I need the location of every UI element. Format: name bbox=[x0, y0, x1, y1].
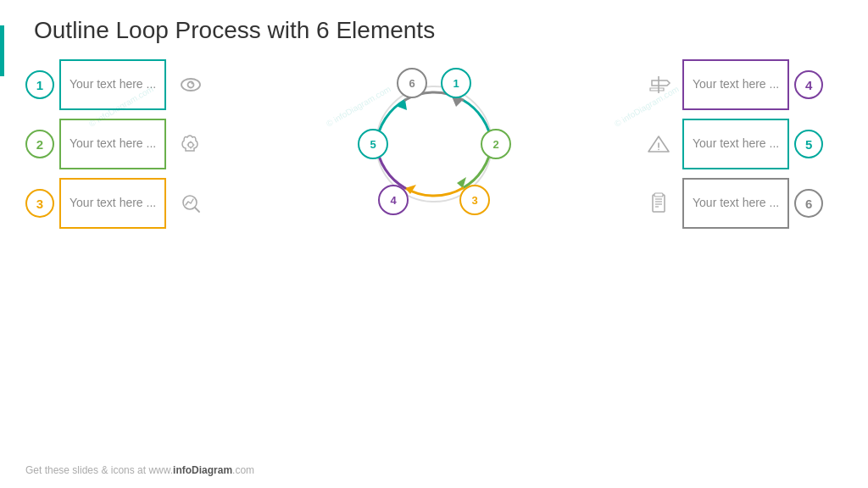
text-box-5: Your text here ... bbox=[682, 119, 789, 169]
right-column: Your text here ... 4 Your text here ... bbox=[639, 59, 843, 229]
loop-node-2: 2 bbox=[481, 129, 511, 159]
list-item-6: Your text here ... 6 bbox=[639, 178, 843, 229]
list-item-1: 1 Your text here ... bbox=[25, 59, 229, 110]
svg-rect-26 bbox=[654, 193, 663, 197]
svg-point-0 bbox=[181, 79, 200, 91]
loop-node-1: 1 bbox=[441, 68, 471, 98]
icon-col-5 bbox=[639, 129, 677, 159]
page: Outline Loop Process with 6 Elements 1 Y… bbox=[0, 0, 868, 488]
icon-col-2 bbox=[171, 129, 209, 159]
svg-rect-21 bbox=[653, 195, 665, 212]
list-item-2: 2 Your text here ... bbox=[25, 119, 229, 169]
icon-col-3 bbox=[171, 188, 209, 219]
footer: Get these slides & icons at www.infoDiag… bbox=[25, 464, 254, 476]
number-circle-1: 1 bbox=[25, 70, 54, 99]
center-loop: 1 2 3 4 5 6 bbox=[229, 59, 639, 229]
svg-line-9 bbox=[195, 208, 199, 212]
loop-node-5: 5 bbox=[358, 129, 388, 159]
svg-point-1 bbox=[187, 82, 193, 88]
page-title: Outline Loop Process with 6 Elements bbox=[25, 17, 843, 44]
footer-brand: infoDiagram bbox=[173, 464, 232, 476]
loop-node-3: 3 bbox=[459, 185, 490, 215]
list-item-3: 3 Your text here ... bbox=[25, 178, 229, 229]
number-circle-6: 6 bbox=[794, 189, 823, 218]
icon-col-4 bbox=[639, 69, 677, 100]
svg-point-3 bbox=[188, 142, 193, 147]
list-item-5: Your text here ... 5 bbox=[639, 119, 843, 169]
number-circle-2: 2 bbox=[25, 130, 54, 158]
warning-icon bbox=[643, 129, 674, 159]
number-circle-4: 4 bbox=[794, 70, 823, 99]
svg-point-20 bbox=[658, 149, 659, 151]
chart-search-icon bbox=[175, 188, 206, 219]
list-item-4: Your text here ... 4 bbox=[639, 59, 843, 110]
text-box-4: Your text here ... bbox=[682, 59, 789, 110]
accent-bar bbox=[0, 25, 4, 76]
number-circle-3: 3 bbox=[25, 189, 54, 218]
content-area: 1 Your text here ... 2 bbox=[25, 59, 843, 229]
number-circle-5: 5 bbox=[794, 130, 823, 158]
eye-icon bbox=[175, 69, 206, 100]
loop-node-4: 4 bbox=[378, 185, 409, 215]
brain-gear-icon bbox=[175, 129, 206, 159]
icon-col-1 bbox=[171, 69, 209, 100]
text-box-6: Your text here ... bbox=[682, 178, 789, 229]
signpost-icon bbox=[643, 69, 674, 100]
loop-diagram: 1 2 3 4 5 6 bbox=[349, 59, 519, 229]
text-box-2: Your text here ... bbox=[59, 119, 166, 169]
icon-col-6 bbox=[639, 188, 677, 219]
text-box-3: Your text here ... bbox=[59, 178, 166, 229]
loop-node-6: 6 bbox=[397, 68, 427, 98]
text-box-1: Your text here ... bbox=[59, 59, 166, 110]
checklist-icon bbox=[643, 188, 674, 219]
left-column: 1 Your text here ... 2 bbox=[25, 59, 229, 229]
svg-point-2 bbox=[191, 83, 192, 85]
